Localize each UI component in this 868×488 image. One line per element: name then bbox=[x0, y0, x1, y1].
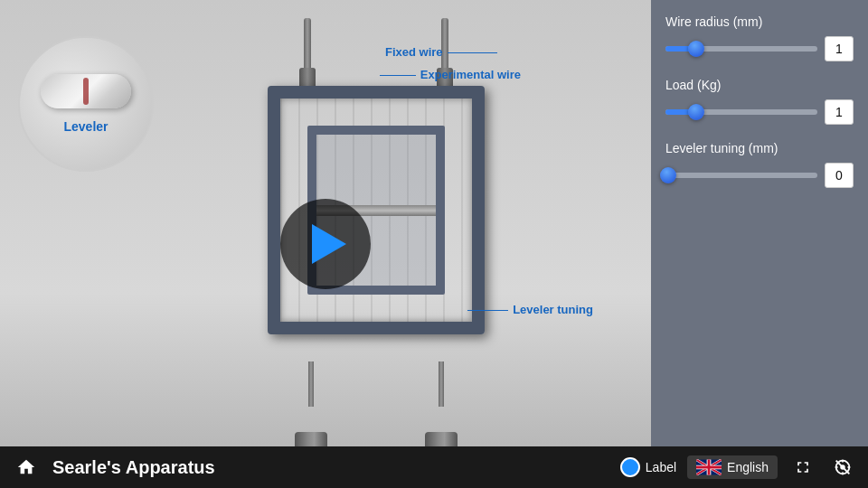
load-track bbox=[665, 109, 817, 115]
label-button[interactable]: Label bbox=[620, 457, 676, 477]
experimental-wire-label: Experimental wire bbox=[420, 68, 521, 81]
load-control: Load (Kg) 1 bbox=[665, 78, 854, 125]
wire-radius-thumb[interactable] bbox=[688, 41, 704, 57]
simulation-area: Leveler Fixed wire bbox=[0, 0, 651, 488]
wire-radius-control: Wire radius (mm) 1 bbox=[665, 14, 854, 61]
wire-radius-slider-row: 1 bbox=[665, 36, 854, 61]
fullscreen-icon bbox=[794, 458, 812, 476]
leveler-tuning-label: Leveler tuning bbox=[513, 303, 593, 316]
settings-button[interactable] bbox=[828, 453, 857, 482]
bottom-wire-left bbox=[308, 361, 314, 407]
play-button[interactable] bbox=[280, 199, 371, 289]
home-button[interactable] bbox=[11, 452, 42, 483]
leveler-pill bbox=[41, 74, 131, 108]
leveler-tuning-slider-row: 0 bbox=[665, 163, 854, 188]
control-panel: Wire radius (mm) 1 Load (Kg) 1 L bbox=[651, 0, 868, 488]
app-title: Searle's Apparatus bbox=[52, 457, 609, 478]
label-button-text: Label bbox=[646, 460, 676, 474]
load-label: Load (Kg) bbox=[665, 78, 854, 92]
leveler-tuning-thumb[interactable] bbox=[660, 167, 676, 183]
language-button[interactable]: English bbox=[687, 455, 778, 479]
wire-radius-value[interactable]: 1 bbox=[825, 36, 854, 61]
bottom-wire-right bbox=[439, 361, 444, 407]
play-icon bbox=[312, 224, 346, 264]
leveler-tuning-ctrl-label: Leveler tuning (mm) bbox=[665, 141, 854, 155]
load-slider-row: 1 bbox=[665, 99, 854, 125]
settings-icon bbox=[833, 457, 853, 477]
load-thumb[interactable] bbox=[688, 104, 704, 120]
fixed-wire-visual bbox=[304, 18, 311, 72]
leveler-tuning-control: Leveler tuning (mm) 0 bbox=[665, 141, 854, 188]
leveler-diagram: Leveler bbox=[18, 36, 154, 172]
bottom-bar: Searle's Apparatus Label English bbox=[0, 446, 868, 488]
wire-radius-track bbox=[665, 46, 817, 52]
home-icon bbox=[16, 457, 36, 477]
load-value[interactable]: 1 bbox=[825, 99, 854, 125]
label-circle-icon bbox=[620, 457, 640, 477]
uk-flag-icon bbox=[696, 459, 722, 475]
wire-radius-label: Wire radius (mm) bbox=[665, 14, 854, 29]
apparatus-frame: Fixed wire Experimental wire Leveler tun… bbox=[250, 18, 503, 407]
fullscreen-button[interactable] bbox=[788, 453, 817, 482]
leveler-tuning-value[interactable]: 0 bbox=[825, 163, 854, 188]
leveler-label: Leveler bbox=[63, 119, 108, 134]
language-name: English bbox=[727, 460, 769, 474]
fixed-wire-label: Fixed wire bbox=[385, 45, 443, 59]
main-container: Leveler Fixed wire bbox=[0, 0, 868, 488]
leveler-tuning-track bbox=[665, 173, 817, 178]
